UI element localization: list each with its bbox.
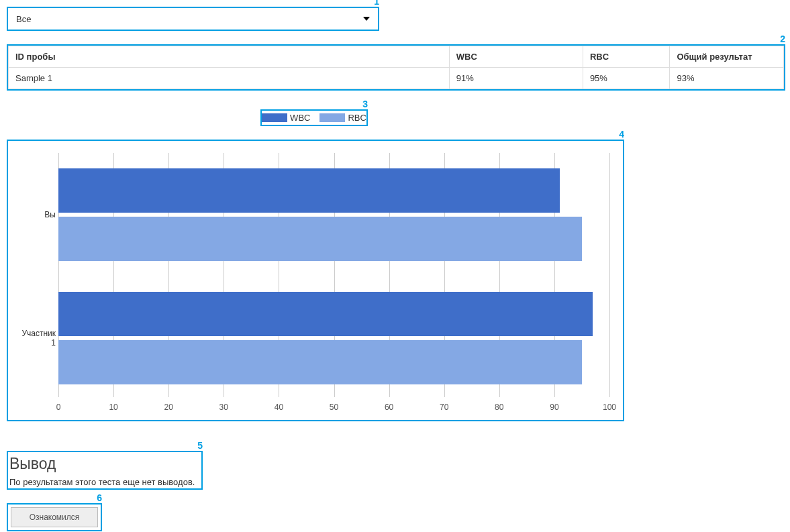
legend-swatch-wbc [262, 113, 287, 122]
results-table: ID пробы WBC RBC Общий результат Sample … [8, 46, 784, 89]
cell-total: 93% [670, 68, 784, 89]
annotation-3: 3 [362, 99, 368, 109]
x-tick-label: 30 [219, 403, 228, 412]
annotation-4: 4 [619, 129, 624, 140]
bar-rbc [58, 217, 582, 261]
category-label: Участник 1 [17, 329, 56, 348]
x-tick-label: 20 [164, 403, 173, 412]
annotation-5: 5 [197, 440, 203, 451]
ack-button-region: 6 Ознакомился [7, 503, 102, 531]
bar-rbc [58, 340, 582, 384]
bar-wbc [58, 292, 593, 336]
table-header-row: ID пробы WBC RBC Общий результат [9, 46, 784, 68]
acknowledge-button[interactable]: Ознакомился [11, 507, 98, 527]
x-tick-label: 70 [440, 403, 448, 412]
results-table-region: 2 ID пробы WBC RBC Общий результат Sampl… [7, 44, 785, 91]
legend-label-rbc: RBC [348, 113, 366, 123]
x-tick-label: 10 [109, 403, 117, 412]
category-label: Вы [17, 210, 56, 219]
filter-dropdown[interactable]: 1 Все [7, 7, 379, 31]
annotation-2: 2 [780, 34, 785, 44]
cell-rbc: 95% [583, 68, 670, 89]
legend-swatch-rbc [319, 113, 345, 122]
chart-legend: 3 WBC RBC [260, 109, 368, 126]
annotation-1: 1 [374, 0, 379, 7]
caret-down-icon [363, 17, 370, 21]
th-wbc: WBC [449, 46, 583, 68]
conclusion-block: 5 Вывод По результатам этого теста еще н… [7, 451, 203, 490]
comparison-chart: 4 0102030405060708090100ВыУчастник 1 [7, 140, 624, 421]
th-id: ID пробы [9, 46, 450, 68]
conclusion-heading: Вывод [9, 455, 200, 473]
x-tick-label: 80 [495, 403, 503, 412]
x-tick-label: 0 [56, 403, 61, 412]
conclusion-text: По результатам этого теста еще нет вывод… [9, 477, 200, 487]
filter-dropdown-value: Все [16, 14, 31, 24]
x-tick-label: 40 [275, 403, 283, 412]
x-tick-label: 100 [603, 403, 616, 412]
bar-wbc [58, 168, 560, 213]
th-rbc: RBC [583, 46, 670, 68]
x-tick-label: 50 [330, 403, 338, 412]
x-tick-label: 60 [385, 403, 393, 412]
legend-label-wbc: WBC [290, 113, 310, 123]
x-tick-label: 90 [550, 403, 558, 412]
table-row[interactable]: Sample 1 91% 95% 93% [9, 68, 784, 89]
cell-id: Sample 1 [9, 68, 450, 89]
cell-wbc: 91% [449, 68, 583, 89]
th-total: Общий результат [670, 46, 784, 68]
annotation-6: 6 [97, 492, 102, 503]
